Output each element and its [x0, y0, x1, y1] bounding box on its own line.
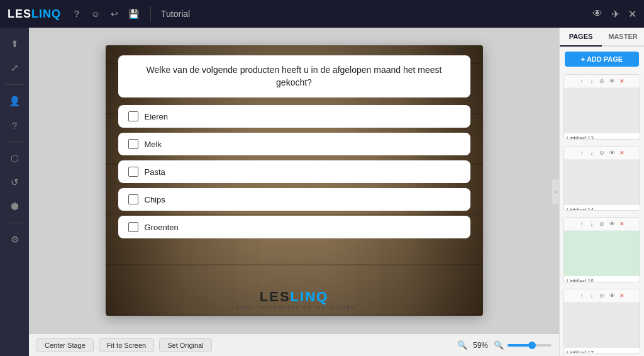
help-icon[interactable]: ?	[70, 7, 84, 21]
bottom-bar: Center Stage Fit to Screen Set Original …	[29, 333, 559, 356]
slide-footer: LESLINQ LEREN, INFORMEREN EN INSTRUEREN	[106, 289, 483, 309]
left-sidebar: ⬆ ⤢ 👤 ? ⬡ ↺ ⬢ ⚙	[0, 28, 29, 356]
layers-icon[interactable]: ⬢	[4, 196, 25, 216]
upload-icon[interactable]: ⬆	[4, 34, 25, 54]
rotate-icon[interactable]: ↺	[4, 172, 25, 192]
footer-logo-linq: LINQ	[291, 289, 329, 304]
checkbox-0[interactable]	[128, 111, 138, 121]
slide-footer-sub: LEREN, INFORMEREN EN INSTRUEREN	[233, 305, 355, 309]
resize-icon[interactable]: ⤢	[4, 58, 25, 78]
page-item-17: ↑ ↓ ⊙ 👁 ✕ Untitled 17	[564, 289, 640, 354]
sidebar-sep-2	[6, 142, 23, 142]
page-item-14: ↑ ↓ ⊙ 👁 ✕ Untitled 14	[564, 146, 640, 211]
page-17-label: Untitled 17	[564, 348, 640, 354]
page-13-down-icon[interactable]: ↓	[587, 77, 596, 86]
question-box: Welke van de volgende producten heeft u …	[118, 55, 470, 97]
zoom-out-icon[interactable]: 🔍	[457, 340, 467, 350]
page-14-thumbnail	[564, 160, 640, 205]
tab-pages[interactable]: PAGES	[560, 28, 602, 47]
page-17-eye-icon[interactable]: 👁	[608, 291, 616, 300]
topbar-divider	[150, 6, 151, 21]
page-17-thumbnail	[564, 303, 640, 348]
page-14-label: Untitled 14	[564, 205, 640, 211]
answer-option-3[interactable]: Chips	[118, 188, 470, 211]
canvas-area: Welke van de volgende producten heeft u …	[29, 28, 559, 356]
answer-label-4: Groenten	[145, 223, 179, 232]
undo-icon[interactable]: ↩	[108, 7, 121, 21]
page-16-down-icon[interactable]: ↓	[587, 220, 596, 228]
page-17-up-icon[interactable]: ↑	[577, 291, 586, 300]
page-14-toolbar: ↑ ↓ ⊙ 👁 ✕	[564, 147, 640, 160]
answer-label-2: Pasta	[145, 167, 165, 177]
page-16-toolbar: ↑ ↓ ⊙ 👁 ✕	[564, 218, 640, 231]
page-14-eye-icon[interactable]: 👁	[608, 148, 616, 157]
settings-icon[interactable]: ⚙	[4, 230, 25, 250]
page-17-down-icon[interactable]: ↓	[587, 291, 596, 300]
panel-tabs: PAGES MASTER	[560, 28, 644, 47]
answer-label-0: Eieren	[145, 112, 169, 121]
topbar-icons: ? ☺ ↩ 💾	[70, 7, 140, 21]
send-icon[interactable]: ✈	[611, 8, 619, 20]
panel-collapse-button[interactable]: ›	[552, 179, 560, 204]
page-list: ↑ ↓ ⊙ 👁 ✕ Untitled 13 ↑ ↓ ⊙ 👁 ✕	[560, 72, 644, 356]
checkbox-4[interactable]	[128, 222, 138, 232]
page-16-eye-icon[interactable]: 👁	[608, 220, 616, 228]
view-icon[interactable]: 👁	[592, 8, 602, 19]
slide-footer-logo: LESLINQ	[260, 289, 328, 305]
page-17-copy-icon[interactable]: ⊙	[597, 291, 606, 300]
page-13-label: Untitled 13	[564, 133, 640, 140]
shape-icon[interactable]: ⬡	[4, 148, 25, 169]
checkbox-3[interactable]	[128, 194, 138, 204]
add-page-button[interactable]: + ADD PAGE	[565, 52, 639, 67]
answer-label-1: Melk	[145, 140, 162, 149]
answer-option-0[interactable]: Eieren	[118, 105, 470, 128]
answer-option-4[interactable]: Groenten	[118, 216, 470, 238]
page-14-delete-icon[interactable]: ✕	[618, 148, 626, 157]
set-original-button[interactable]: Set Original	[159, 338, 211, 352]
logo-les: LES	[8, 8, 31, 20]
page-17-toolbar: ↑ ↓ ⊙ 👁 ✕	[564, 289, 640, 303]
slide-content: Welke van de volgende producten heeft u …	[106, 45, 483, 316]
emoji-icon[interactable]: ☺	[89, 7, 103, 21]
page-13-toolbar: ↑ ↓ ⊙ 👁 ✕	[564, 75, 640, 88]
page-14-down-icon[interactable]: ↓	[587, 148, 596, 157]
canvas-wrapper: Welke van de volgende producten heeft u …	[29, 28, 559, 333]
logo-linq: LINQ	[31, 8, 61, 20]
topbar-right: 👁 ✈ ✕	[592, 8, 636, 20]
page-13-eye-icon[interactable]: 👁	[608, 77, 616, 86]
right-panel: › PAGES MASTER + ADD PAGE ↑ ↓ ⊙ 👁 ✕ Unti…	[559, 28, 644, 356]
bottom-right: 🔍 59% 🔍	[457, 340, 552, 350]
page-16-delete-icon[interactable]: ✕	[618, 220, 626, 228]
tab-master[interactable]: MASTER	[602, 28, 644, 45]
user-icon[interactable]: 👤	[4, 91, 25, 111]
center-stage-button[interactable]: Center Stage	[36, 338, 94, 352]
page-14-copy-icon[interactable]: ⊙	[597, 148, 606, 157]
page-13-delete-icon[interactable]: ✕	[618, 77, 626, 86]
topbar: LESLINQ ? ☺ ↩ 💾 Tutorial 👁 ✈ ✕	[0, 0, 644, 28]
page-item-13: ↑ ↓ ⊙ 👁 ✕ Untitled 13	[564, 74, 640, 140]
page-16-thumbnail	[564, 231, 640, 276]
page-13-copy-icon[interactable]: ⊙	[597, 77, 606, 86]
question-icon[interactable]: ?	[4, 115, 25, 135]
page-17-delete-icon[interactable]: ✕	[618, 291, 626, 300]
page-16-up-icon[interactable]: ↑	[577, 220, 586, 228]
page-item-16: ↑ ↓ ⊙ 👁 ✕ Untitled 16	[564, 217, 640, 282]
answer-option-1[interactable]: Melk	[118, 133, 470, 155]
close-icon[interactable]: ✕	[628, 8, 636, 20]
page-14-up-icon[interactable]: ↑	[577, 148, 586, 157]
zoom-slider-thumb[interactable]	[528, 342, 536, 349]
page-16-copy-icon[interactable]: ⊙	[597, 220, 606, 228]
fit-to-screen-button[interactable]: Fit to Screen	[99, 338, 154, 352]
page-13-up-icon[interactable]: ↑	[577, 77, 586, 86]
answer-label-3: Chips	[145, 195, 165, 204]
slide: Welke van de volgende producten heeft u …	[106, 45, 483, 316]
checkbox-1[interactable]	[128, 139, 138, 149]
page-13-thumbnail	[564, 88, 640, 133]
zoom-in-icon[interactable]: 🔍	[494, 340, 504, 350]
zoom-slider[interactable]	[508, 344, 552, 347]
checkbox-2[interactable]	[128, 167, 138, 177]
save-icon[interactable]: 💾	[126, 7, 140, 21]
zoom-level: 59%	[471, 341, 490, 350]
answer-option-2[interactable]: Pasta	[118, 160, 470, 183]
footer-logo-les: LES	[260, 289, 291, 304]
